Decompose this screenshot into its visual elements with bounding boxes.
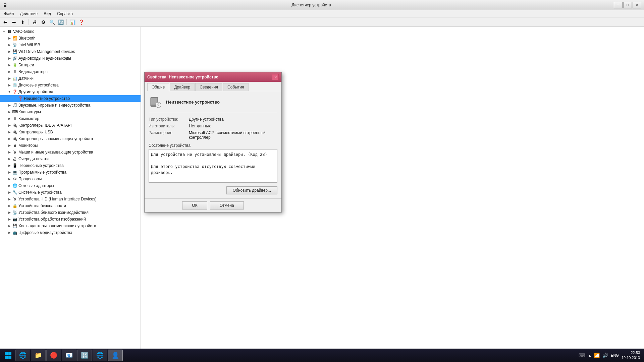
tb-btn-4[interactable]: 🖨 — [31, 18, 39, 26]
keyboards-expand-icon[interactable]: ▶ — [7, 109, 12, 115]
portable-expand-icon[interactable]: ▶ — [7, 163, 12, 168]
tree-item-intelwi[interactable]: ▶ 📡 Intel WiUSB — [0, 42, 141, 48]
tree-item-diskdrives[interactable]: ▶ 💿 Дисковые устройства — [0, 82, 141, 88]
maximize-button[interactable]: □ — [623, 2, 632, 8]
tree-item-unknown[interactable]: ▶ ❓ Неизвестное устройство — [0, 95, 141, 102]
close-button[interactable]: ✕ — [633, 2, 641, 8]
root-expand-icon[interactable]: ▼ — [1, 29, 7, 34]
computer-expand-icon[interactable]: ▶ — [7, 116, 12, 121]
batts-expand-icon[interactable]: ▶ — [7, 62, 12, 68]
audio-expand-icon[interactable]: ▶ — [7, 56, 12, 61]
dialog-close-button[interactable]: ✕ — [272, 74, 279, 80]
window-controls: ─ □ ✕ — [614, 2, 641, 8]
taskbar-devmgr-button[interactable]: 👤 — [108, 350, 123, 361]
wddrive-expand-icon[interactable]: ▶ — [7, 49, 12, 54]
tree-item-storcontrol[interactable]: ▶ 🔌 Контроллеры запоминающих устройств — [0, 135, 141, 142]
video-expand-icon[interactable]: ▶ — [7, 69, 12, 74]
mice-expand-icon[interactable]: ▶ — [7, 149, 12, 155]
update-driver-button[interactable]: Обновить драйвер... — [226, 186, 277, 194]
tree-item-sysdev[interactable]: ▶ 🔧 Системные устройства — [0, 189, 141, 196]
monitors-expand-icon[interactable]: ▶ — [7, 143, 12, 148]
tb-btn-6[interactable]: 🔍 — [48, 18, 56, 26]
tree-item-nearfield[interactable]: ▶ 📡 Устройства близкого взаимодействия — [0, 209, 141, 216]
tree-item-sensors[interactable]: ▶ 📊 Датчики — [0, 75, 141, 82]
tree-item-security[interactable]: ▶ 🔒 Устройства безопасности — [0, 202, 141, 209]
tree-item-media[interactable]: ▶ 📺 Цифровые медиаустройства — [0, 229, 141, 236]
tree-item-batts[interactable]: ▶ 🔋 Батареи — [0, 62, 141, 68]
volume-icon[interactable]: 🔊 — [602, 353, 608, 358]
tree-item-computer[interactable]: ▶ 🖥 Компьютер — [0, 115, 141, 122]
tb-btn-1[interactable]: ⬅ — [1, 18, 9, 26]
diskdrives-expand-icon[interactable]: ▶ — [7, 82, 12, 88]
proc-expand-icon[interactable]: ▶ — [7, 176, 12, 182]
tb-btn-7[interactable]: 🔄 — [57, 18, 65, 26]
netadapt-expand-icon[interactable]: ▶ — [7, 183, 12, 188]
tree-item-usbcontrol[interactable]: ▶ 🔌 Контроллеры USB — [0, 129, 141, 135]
menu-help[interactable]: Справка — [54, 11, 75, 17]
tb-btn-9[interactable]: ❓ — [77, 18, 85, 26]
tree-item-sound[interactable]: ▶ 🎵 Звуковые, игровые и видеоустройства — [0, 102, 141, 109]
tab-general[interactable]: Общие — [147, 83, 169, 91]
intelwi-expand-icon[interactable]: ▶ — [7, 42, 12, 48]
sound-expand-icon[interactable]: ▶ — [7, 103, 12, 108]
storcontrol-expand-icon[interactable]: ▶ — [7, 136, 12, 141]
tree-item-hid[interactable]: ▶ 🖱 Устройства HID (Human Interface Devi… — [0, 196, 141, 202]
tb-btn-2[interactable]: ➡ — [10, 18, 18, 26]
status-textbox[interactable] — [149, 149, 277, 183]
tree-item-wddrive[interactable]: ▶ 💾 WD Drive Management devices — [0, 48, 141, 55]
tab-driver[interactable]: Драйвер — [170, 83, 195, 91]
usbcontrol-expand-icon[interactable]: ▶ — [7, 129, 12, 135]
device-tree[interactable]: ▼ 🖥 VAIO-Gibrid ▶ 📶 Bluetooth ▶ 📡 Intel … — [0, 27, 141, 349]
print-expand-icon[interactable]: ▶ — [7, 156, 12, 162]
menu-view[interactable]: Вид — [41, 11, 54, 17]
tree-item-portable[interactable]: ▶ 📱 Переносные устройства — [0, 162, 141, 169]
properties-dialog[interactable]: Свойства: Неизвестное устройство ✕ Общие… — [144, 72, 282, 213]
bluetooth-expand-icon[interactable]: ▶ — [7, 36, 12, 41]
other-expand-icon[interactable]: ▼ — [7, 89, 12, 95]
tree-root[interactable]: ▼ 🖥 VAIO-Gibrid — [0, 28, 141, 35]
idecontrol-expand-icon[interactable]: ▶ — [7, 123, 12, 128]
hostadapt-expand-icon[interactable]: ▶ — [7, 223, 12, 229]
sensors-expand-icon[interactable]: ▶ — [7, 76, 12, 81]
tree-item-print[interactable]: ▶ 🖨 Очереди печати — [0, 156, 141, 162]
tree-item-mice[interactable]: ▶ 🖱 Мыши и иные указывающие устройства — [0, 149, 141, 156]
security-expand-icon[interactable]: ▶ — [7, 203, 12, 208]
tree-item-netadapt[interactable]: ▶ 🌐 Сетевые адаптеры — [0, 182, 141, 189]
hid-expand-icon[interactable]: ▶ — [7, 196, 12, 202]
tb-btn-8[interactable]: 📊 — [68, 18, 76, 26]
taskbar-explorer-button[interactable]: 📁 — [31, 350, 46, 361]
ok-button[interactable]: ОК — [182, 201, 207, 209]
tree-item-keyboards[interactable]: ▶ ⌨ Клавиатуры — [0, 109, 141, 115]
taskbar-app3-button[interactable]: 🔴 — [46, 350, 61, 361]
tree-item-softdev[interactable]: ▶ 💻 Программные устройства — [0, 169, 141, 176]
tree-item-audio[interactable]: ▶ 🔊 Аудиовходы и аудиовыходы — [0, 55, 141, 62]
imaging-expand-icon[interactable]: ▶ — [7, 217, 12, 222]
nearfield-expand-icon[interactable]: ▶ — [7, 210, 12, 215]
tb-btn-5[interactable]: ⚙ — [39, 18, 47, 26]
tree-item-proc[interactable]: ▶ ⚙ Процессоры — [0, 176, 141, 182]
sysdev-expand-icon[interactable]: ▶ — [7, 190, 12, 195]
taskbar-outlook-button[interactable]: 📧 — [62, 350, 76, 361]
start-button[interactable] — [1, 349, 15, 361]
menu-action[interactable]: Действие — [17, 11, 41, 17]
taskbar-app6-button[interactable]: 🌐 — [93, 350, 107, 361]
taskbar-calc-button[interactable]: 🔢 — [77, 350, 92, 361]
taskbar-ie-button[interactable]: 🌐 — [15, 350, 30, 361]
menu-file[interactable]: Файл — [1, 11, 17, 17]
media-expand-icon[interactable]: ▶ — [7, 230, 12, 235]
tree-item-hostadapt[interactable]: ▶ 💾 Хост-адаптеры запоминающих устройств — [0, 223, 141, 229]
minimize-button[interactable]: ─ — [614, 2, 623, 8]
tree-item-imaging[interactable]: ▶ 📷 Устройства обработки изображений — [0, 216, 141, 223]
tree-item-monitors[interactable]: ▶ 🖥 Мониторы — [0, 142, 141, 149]
softdev-expand-icon[interactable]: ▶ — [7, 170, 12, 175]
language-indicator[interactable]: ENG — [611, 353, 619, 357]
tree-item-bluetooth[interactable]: ▶ 📶 Bluetooth — [0, 35, 141, 42]
tb-btn-3[interactable]: ⬆ — [19, 18, 27, 26]
tree-item-idecontrol[interactable]: ▶ 🔌 Контроллеры IDE ATA/ATAPI — [0, 122, 141, 129]
cancel-button[interactable]: Отмена — [210, 201, 244, 209]
tab-details[interactable]: Сведения — [195, 83, 222, 91]
network-expand-icon[interactable]: ▲ — [588, 354, 591, 357]
tree-item-video[interactable]: ▶ 🖥 Видеоадаптеры — [0, 68, 141, 75]
tab-events[interactable]: События — [223, 83, 249, 91]
tree-item-other[interactable]: ▼ ❓ Другие устройства — [0, 88, 141, 95]
